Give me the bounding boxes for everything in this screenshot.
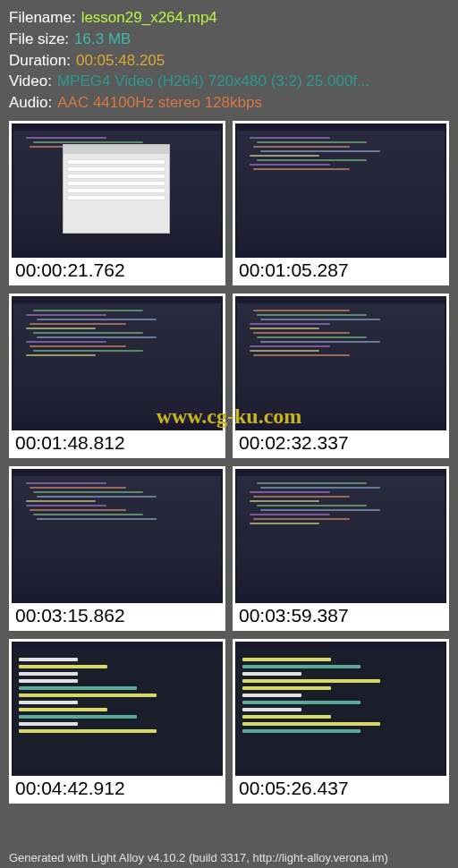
thumbnail-timestamp: 00:05:26.437 [235,776,446,801]
thumbnail-timestamp: 00:04:42.912 [12,776,223,801]
thumbnail-image [235,296,446,430]
thumbnail-grid: 00:00:21.762 00:01:05.287 00:01:48.812 [0,117,458,807]
thumbnail-timestamp: 00:03:59.387 [235,603,446,628]
footer-text: Generated with Light Alloy v4.10.2 (buil… [9,851,449,864]
filename-label: Filename: [9,7,76,29]
duration-label: Duration: [9,50,71,72]
thumbnail-image [12,123,223,258]
audio-row: Audio: AAC 44100Hz stereo 128kbps [9,92,449,114]
thumbnail-timestamp: 00:03:15.862 [12,603,223,628]
thumbnail-timestamp: 00:01:48.812 [12,430,223,455]
filename-row: Filename: lesson29_x264.mp4 [9,7,449,29]
thumbnail-timestamp: 00:01:05.287 [235,258,446,283]
thumbnail-image [235,469,446,603]
thumbnail-timestamp: 00:00:21.762 [12,258,223,283]
thumbnail-timestamp: 00:02:32.337 [235,430,446,455]
thumbnail-image [235,642,446,776]
duration-row: Duration: 00:05:48.205 [9,50,449,72]
thumbnail[interactable]: 00:04:42.912 [9,639,225,804]
media-info-header: Filename: lesson29_x264.mp4 File size: 1… [0,0,458,117]
filename-value: lesson29_x264.mp4 [81,7,217,29]
video-row: Video: MPEG4 Video (H264) 720x480 (3:2) … [9,71,449,92]
audio-label: Audio: [9,92,52,114]
filesize-row: File size: 16.3 MB [9,29,449,50]
video-label: Video: [9,71,52,92]
duration-value: 00:05:48.205 [76,50,165,72]
thumbnail[interactable]: 00:03:15.862 [9,466,225,631]
audio-value: AAC 44100Hz stereo 128kbps [57,92,262,114]
thumbnail[interactable]: 00:01:05.287 [233,121,449,285]
thumbnail[interactable]: 00:05:26.437 [233,639,449,804]
thumbnail[interactable]: 00:03:59.387 [233,466,449,631]
thumbnail[interactable]: 00:00:21.762 [9,121,225,285]
filesize-label: File size: [9,29,69,50]
dialog-icon [63,144,170,234]
thumbnail-image [235,123,446,258]
thumbnail-image [12,642,223,776]
thumbnail-image [12,296,223,430]
filesize-value: 16.3 MB [74,29,131,50]
thumbnail[interactable]: 00:02:32.337 [233,294,449,458]
thumbnail[interactable]: 00:01:48.812 [9,294,225,458]
thumbnail-image [12,469,223,603]
video-value: MPEG4 Video (H264) 720x480 (3:2) 25.000f… [57,71,369,92]
